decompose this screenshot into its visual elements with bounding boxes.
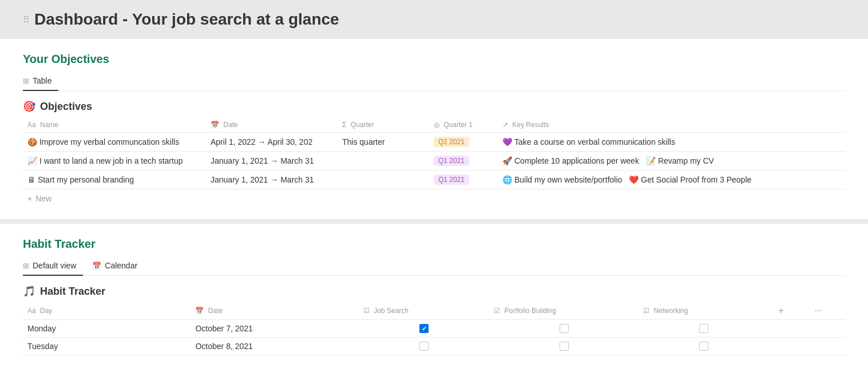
habit-networking-cell[interactable] (639, 320, 769, 338)
tab-table-label: Table (33, 76, 51, 85)
th-add-col[interactable]: + (769, 302, 807, 320)
tab-table[interactable]: ⊞ Table (23, 73, 58, 91)
job-search-checkbox[interactable] (419, 324, 429, 333)
habit-date-cell[interactable]: October 8, 2021 (191, 338, 358, 355)
objectives-view-tabs: ⊞ Table (23, 73, 845, 91)
th-more[interactable]: ··· (808, 302, 845, 320)
kr-text: Take a course on verbal communication sk… (514, 137, 675, 147)
th-quarter1-icon: ◎ (434, 121, 439, 129)
page-title: Dashboard - Your job search at a glance (34, 10, 339, 29)
job-search-checkbox[interactable] (419, 342, 429, 351)
kr-text: Revamp my CV (658, 156, 714, 165)
objective-quarter-text-cell[interactable] (338, 152, 429, 171)
objective-keyresults-cell[interactable]: 🚀Complete 10 applications per week📝Revam… (498, 152, 845, 171)
habit-job-search-cell[interactable] (359, 320, 489, 338)
objective-date-cell[interactable]: April 1, 2022 → April 30, 202 (206, 133, 338, 152)
kr-text: Build my own website/portfolio (514, 175, 622, 184)
habit-portfolio-cell[interactable] (489, 338, 639, 355)
th-js-check-icon: ☑ (363, 307, 370, 315)
habit-db-icon: 🎵 (23, 285, 35, 298)
th-keyresults[interactable]: ↗ Key Results (498, 117, 845, 133)
objective-keyresults-cell[interactable]: 🌐Build my own website/portfolio❤️Get Soc… (498, 171, 845, 189)
th-quarter1-label: Quarter 1 (443, 121, 473, 129)
th-date2[interactable]: 📅 Date (191, 302, 358, 320)
kr-icon: 💜 (502, 137, 512, 147)
objective-quarter-tag-cell[interactable]: Q2 2021 (429, 133, 498, 152)
objectives-db-icon: 🎯 (23, 100, 35, 113)
key-results-list: 💜Take a course on verbal communication s… (502, 137, 841, 147)
objective-keyresults-cell[interactable]: 💜Take a course on verbal communication s… (498, 133, 845, 152)
key-result-item[interactable]: 🚀Complete 10 applications per week (502, 156, 639, 165)
th-portfolio-building[interactable]: ☑ Portfolio Building (489, 302, 639, 320)
th-day-icon: Aa (27, 307, 36, 315)
row-date: January 1, 2021 → March 31 (211, 175, 314, 184)
habit-section: Habit Tracker ⊞ Default view 📅 Calendar … (0, 224, 868, 355)
objective-name-cell[interactable]: 🖥 Start my personal branding (23, 171, 206, 189)
row-icon: 🖥 (27, 175, 35, 184)
th-date[interactable]: 📅 Date (206, 117, 338, 133)
quarter-text: This quarter (342, 137, 385, 147)
row-day: Tuesday (27, 342, 58, 351)
th-keyresults-label: Key Results (512, 121, 549, 129)
th-date2-icon: 📅 (195, 307, 204, 315)
objective-date-cell[interactable]: January 1, 2021 → March 31 (206, 171, 338, 189)
objective-quarter-text-cell[interactable]: This quarter (338, 133, 429, 152)
objectives-section-title: Your Objectives (23, 53, 845, 66)
table-row: TuesdayOctober 8, 2021 (23, 338, 845, 355)
tab-default-view[interactable]: ⊞ Default view (23, 258, 83, 276)
row-day: Monday (27, 324, 56, 333)
tab-default-label: Default view (33, 261, 76, 270)
habit-networking-cell[interactable] (639, 338, 769, 355)
quarter-tag: Q1 2021 (434, 156, 469, 166)
th-js-label: Job Search (374, 307, 409, 315)
add-new-objective[interactable]: + New (23, 189, 845, 208)
th-net-check-icon: ☑ (643, 307, 649, 315)
th-name[interactable]: Aa Name (23, 117, 206, 133)
portfolio-checkbox[interactable] (560, 342, 569, 351)
key-result-item[interactable]: 📝Revamp my CV (646, 156, 714, 165)
portfolio-checkbox[interactable] (560, 324, 569, 333)
row-icon: 📈 (27, 156, 37, 165)
habit-date-cell[interactable]: October 7, 2021 (191, 320, 358, 338)
networking-checkbox[interactable] (699, 342, 708, 351)
drag-handle-icon[interactable]: ⠿ (23, 14, 30, 25)
habit-db-title: Habit Tracker (40, 286, 105, 298)
th-date-label: Date (223, 121, 237, 129)
habit-portfolio-cell[interactable] (489, 320, 639, 338)
section-divider (0, 219, 868, 224)
th-keyresults-icon: ↗ (502, 121, 508, 129)
key-result-item[interactable]: 💜Take a course on verbal communication s… (502, 137, 675, 147)
key-result-item[interactable]: 🌐Build my own website/portfolio (502, 175, 622, 184)
habit-job-search-cell[interactable] (359, 338, 489, 355)
habit-day-cell[interactable]: Tuesday (23, 338, 191, 355)
tab-calendar-view[interactable]: 📅 Calendar (92, 258, 144, 276)
objective-name-cell[interactable]: 📈 I want to land a new job in a tech sta… (23, 152, 206, 171)
key-results-list: 🌐Build my own website/portfolio❤️Get Soc… (502, 175, 841, 184)
th-quarter1[interactable]: ◎ Quarter 1 (429, 117, 498, 133)
networking-checkbox[interactable] (699, 324, 708, 333)
row-name: Start my personal branding (38, 175, 134, 184)
quarter-tag: Q2 2021 (434, 137, 469, 147)
add-column-icon[interactable]: + (774, 306, 788, 315)
objective-quarter-tag-cell[interactable]: Q1 2021 (429, 152, 498, 171)
habit-day-cell[interactable]: Monday (23, 320, 191, 338)
th-day-label: Day (40, 307, 52, 315)
objective-name-cell[interactable]: 🍪 Improve my verbal communcation skills (23, 133, 206, 152)
th-quarter-label: Quarter (351, 121, 374, 129)
quarter-tag: Q1 2021 (434, 175, 469, 185)
more-options-icon[interactable]: ··· (812, 306, 825, 315)
th-quarter[interactable]: Σ Quarter (338, 117, 429, 133)
row-icon: 🍪 (27, 137, 37, 147)
objective-date-cell[interactable]: January 1, 2021 → March 31 (206, 152, 338, 171)
th-networking[interactable]: ☑ Networking (639, 302, 769, 320)
th-day[interactable]: Aa Day (23, 302, 191, 320)
objectives-section: Your Objectives ⊞ Table 🎯 Objectives Aa … (0, 39, 868, 208)
kr-icon: 🌐 (502, 175, 512, 184)
objective-quarter-text-cell[interactable] (338, 171, 429, 189)
calendar-view-icon: 📅 (92, 262, 101, 270)
th-job-search[interactable]: ☑ Job Search (359, 302, 489, 320)
habit-section-title: Habit Tracker (23, 237, 845, 251)
key-result-item[interactable]: ❤️Get Social Proof from 3 People (629, 175, 751, 184)
row-date: October 8, 2021 (195, 342, 252, 351)
objective-quarter-tag-cell[interactable]: Q1 2021 (429, 171, 498, 189)
